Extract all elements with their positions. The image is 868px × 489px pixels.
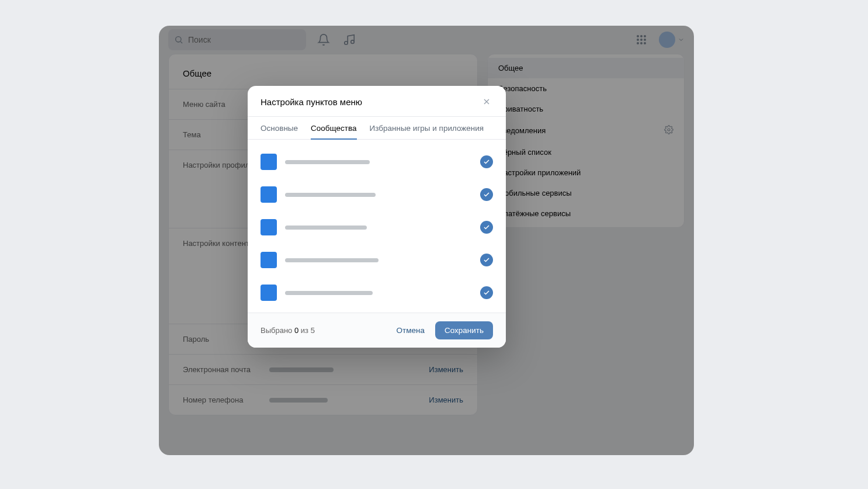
community-thumb — [261, 154, 277, 170]
tab-apps[interactable]: Избранные игры и приложения — [370, 117, 484, 140]
list-item[interactable] — [261, 145, 493, 178]
community-thumb — [261, 219, 277, 235]
community-thumb — [261, 252, 277, 268]
menu-settings-modal: Настройка пунктов меню Основные Сообщест… — [248, 86, 506, 348]
redacted-name — [285, 258, 379, 262]
selected-count: Выбрано 0 из 5 — [261, 326, 315, 335]
list-item[interactable] — [261, 244, 493, 276]
redacted-name — [285, 291, 373, 295]
cancel-button[interactable]: Отмена — [396, 326, 424, 335]
redacted-name — [285, 193, 376, 197]
redacted-name — [285, 226, 367, 230]
check-icon[interactable] — [480, 155, 493, 168]
tab-main[interactable]: Основные — [261, 117, 298, 140]
close-icon[interactable] — [480, 95, 493, 108]
modal-body — [248, 140, 506, 313]
community-thumb — [261, 285, 277, 301]
check-icon[interactable] — [480, 286, 493, 299]
modal-title: Настройка пунктов меню — [261, 97, 362, 107]
save-button[interactable]: Сохранить — [435, 321, 493, 339]
tab-communities[interactable]: Сообщества — [311, 117, 356, 140]
list-item[interactable] — [261, 276, 493, 309]
modal-tabs: Основные Сообщества Избранные игры и при… — [248, 117, 506, 140]
list-item[interactable] — [261, 211, 493, 244]
check-icon[interactable] — [480, 188, 493, 201]
community-thumb — [261, 186, 277, 203]
check-icon[interactable] — [480, 254, 493, 266]
check-icon[interactable] — [480, 221, 493, 234]
list-item[interactable] — [261, 178, 493, 211]
redacted-name — [285, 160, 370, 164]
